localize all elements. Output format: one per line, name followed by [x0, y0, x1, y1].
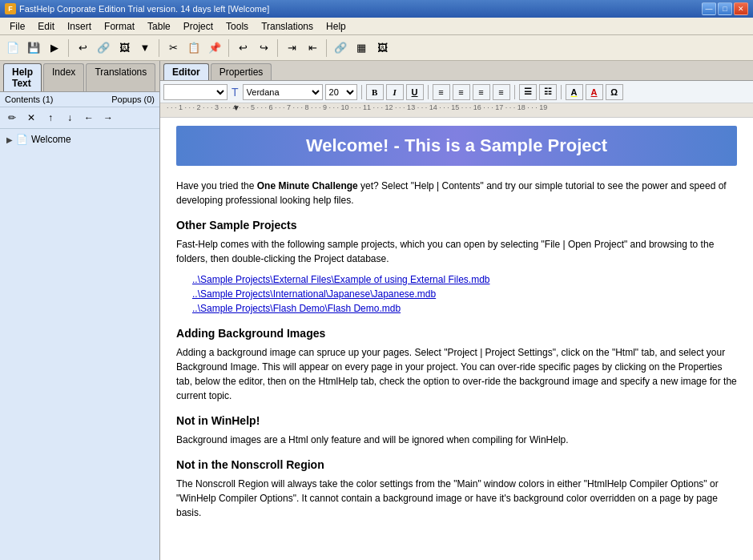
move-down-button[interactable]: ↓ [61, 109, 79, 127]
links-section: ..\Sample Projects\External Files\Exampl… [192, 272, 737, 316]
undo-button[interactable]: ↩ [73, 38, 92, 58]
welcome-banner: Welcome! - This is a Sample Project [176, 126, 737, 166]
doc-content: Have you tried the One Minute Challenge … [176, 179, 737, 520]
list-ol-button[interactable]: ☷ [539, 84, 557, 100]
menu-project[interactable]: Project [177, 19, 219, 34]
size-select[interactable]: 20 [325, 84, 357, 100]
maximize-button[interactable]: □ [718, 2, 732, 15]
popups-label: Popups (0) [111, 95, 155, 104]
highlight-button[interactable]: A [566, 84, 583, 100]
insert-image-button[interactable]: 🖼 [115, 38, 134, 58]
tab-index[interactable]: Index [43, 63, 84, 91]
save-button[interactable]: 💾 [24, 38, 43, 58]
link-2[interactable]: ..\Sample Projects\International\Japanes… [192, 287, 737, 301]
section2-title: Adding Background Images [176, 325, 737, 342]
one-minute-challenge: One Minute Challenge [257, 180, 358, 191]
tab-editor[interactable]: Editor [163, 63, 209, 80]
align-justify-button[interactable]: ≡ [493, 84, 510, 100]
image2-button[interactable]: 🖼 [372, 38, 392, 58]
contents-header: Contents (1) Popups (0) [0, 92, 159, 107]
font-color-button[interactable]: A [586, 84, 603, 100]
section3-title: Not in WinHelp! [176, 413, 737, 429]
move-up-button[interactable]: ↑ [42, 109, 59, 127]
copy-button[interactable]: 📋 [184, 38, 203, 58]
menu-file[interactable]: File [3, 19, 31, 34]
menubar: File Edit Insert Format Table Project To… [0, 18, 753, 35]
ruler-marks: · · · 1 · · · 2 · · · 3 · · · 4 · · · 5 … [167, 103, 747, 117]
move-right-button[interactable]: → [99, 109, 117, 127]
align-left-button[interactable]: ≡ [433, 84, 450, 100]
link2-button[interactable]: 🔗 [331, 38, 350, 58]
window-controls: — □ ✕ [702, 2, 748, 15]
menu-translations[interactable]: Translations [255, 19, 320, 34]
toolbar-separator-1 [68, 39, 69, 57]
run-button[interactable]: ▶ [45, 38, 64, 58]
link-1[interactable]: ..\Sample Projects\External Files\Exampl… [192, 272, 737, 287]
move-left-button[interactable]: ← [80, 109, 98, 127]
indent-button[interactable]: ⇥ [282, 38, 301, 58]
toolbar-separator-2 [159, 39, 159, 57]
section1-body: Fast-Help comes with the following sampl… [176, 237, 737, 266]
tab-translations[interactable]: Translations [86, 63, 155, 91]
tree-area: ▶ 📄 Welcome [0, 129, 159, 560]
item-icon: 📄 [16, 134, 28, 145]
special-char-button[interactable]: Ω [606, 84, 623, 100]
menu-help[interactable]: Help [320, 19, 352, 34]
undo2-button[interactable]: ↩ [233, 38, 252, 58]
left-toolbar: ✏ ✕ ↑ ↓ ← → [0, 107, 159, 129]
toolbar-separator-5 [326, 39, 327, 57]
list-ul-button[interactable]: ☰ [519, 84, 537, 100]
title-text: FastHelp Corporate Edition Trial version… [19, 4, 702, 14]
italic-button[interactable]: I [386, 84, 404, 100]
section3-body: Background images are a Html only featur… [176, 433, 737, 447]
edit-item-button[interactable]: ✏ [3, 109, 21, 127]
align-right-button[interactable]: ≡ [473, 84, 490, 100]
editor-content[interactable]: Welcome! - This is a Sample Project Have… [160, 118, 753, 560]
contents-label: Contents (1) [5, 95, 54, 104]
section4-body: The Nonscroll Region will always take th… [176, 477, 737, 520]
menu-insert[interactable]: Insert [61, 19, 98, 34]
underline-button[interactable]: U [406, 84, 424, 100]
menu-format[interactable]: Format [98, 19, 141, 34]
close-button[interactable]: ✕ [734, 2, 748, 15]
expand-icon: ▶ [6, 135, 13, 144]
intro-paragraph: Have you tried the One Minute Challenge … [176, 179, 737, 207]
fmt-sep-3 [514, 85, 515, 99]
section2-body: Adding a background image can spruce up … [176, 345, 737, 403]
minimize-button[interactable]: — [702, 2, 716, 15]
insert-link-button[interactable]: 🔗 [94, 38, 113, 58]
toolbar-separator-3 [228, 39, 229, 57]
paste-button[interactable]: 📌 [205, 38, 224, 58]
menu-edit[interactable]: Edit [31, 19, 61, 34]
menu-table[interactable]: Table [141, 19, 177, 34]
tree-item-welcome[interactable]: ▶ 📄 Welcome [3, 132, 156, 147]
section1-title: Other Sample Projects [176, 217, 737, 234]
toolbar-separator-4 [277, 39, 278, 57]
section4-title: Not in the Nonscroll Region [176, 457, 737, 473]
dropdown-button[interactable]: ▼ [135, 38, 155, 58]
menu-tools[interactable]: Tools [219, 19, 255, 34]
outdent-button[interactable]: ⇤ [303, 38, 322, 58]
link-3[interactable]: ..\Sample Projects\Flash Demo\Flash Demo… [192, 301, 737, 316]
align-center-button[interactable]: ≡ [453, 84, 470, 100]
fmt-sep-2 [428, 85, 429, 99]
main-area: Help Text Index Translations Contents (1… [0, 61, 753, 560]
fmt-sep-1 [361, 85, 362, 99]
left-panel: Help Text Index Translations Contents (1… [0, 61, 160, 560]
tab-properties[interactable]: Properties [211, 63, 272, 80]
table-button[interactable]: ▦ [352, 38, 371, 58]
tab-help-text[interactable]: Help Text [3, 63, 42, 91]
redo-button[interactable]: ↪ [254, 38, 273, 58]
cut-button[interactable]: ✂ [163, 38, 183, 58]
style-select[interactable] [163, 84, 228, 100]
right-panel: Editor Properties T Verdana 20 B I U [160, 61, 753, 560]
main-toolbar: 📄 💾 ▶ ↩ 🔗 🖼 ▼ ✂ 📋 📌 ↩ ↪ ⇥ ⇤ 🔗 ▦ 🖼 [0, 35, 753, 61]
font-select[interactable]: Verdana [243, 84, 323, 100]
fmt-sep-4 [561, 85, 562, 99]
bold-button[interactable]: B [366, 84, 384, 100]
app-icon: F [5, 3, 16, 14]
delete-item-button[interactable]: ✕ [22, 109, 40, 127]
new-button[interactable]: 📄 [3, 38, 22, 58]
titlebar: F FastHelp Corporate Edition Trial versi… [0, 0, 753, 18]
left-tab-bar: Help Text Index Translations [0, 61, 159, 92]
